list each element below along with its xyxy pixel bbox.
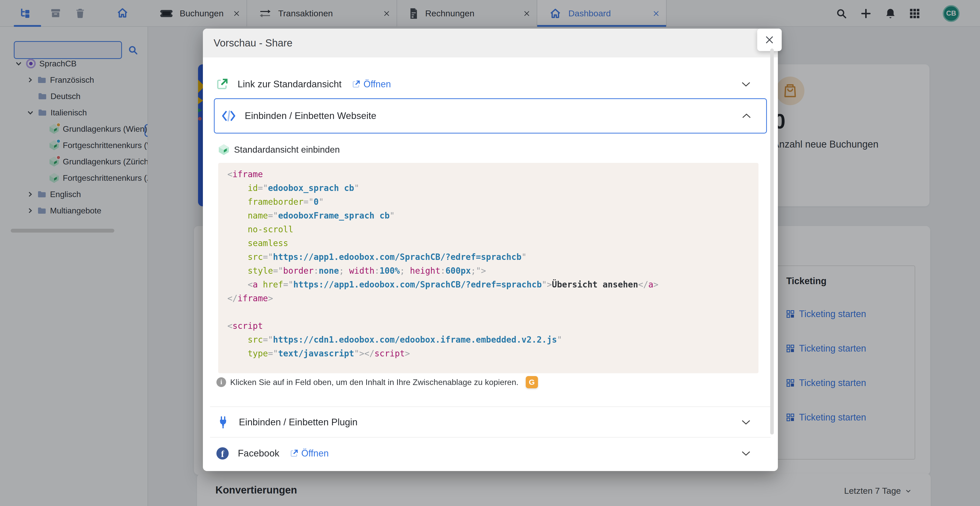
section-label: Link zur Standardansicht [238,79,342,90]
modal-title: Vorschau - Share [213,29,293,57]
share-preview-modal: Vorschau - Share Link zur Standardansich… [203,29,778,471]
open-standard-view-link[interactable]: Öffnen [352,79,391,90]
modal-header: Vorschau - Share [203,29,778,57]
chevron-down-icon [741,420,750,425]
chevron-up-icon [742,113,751,119]
section-label: Einbinden / Einbetten Plugin [239,417,358,428]
close-icon [765,35,774,45]
grammar-badge[interactable]: G [526,376,538,388]
open-facebook-link[interactable]: Öffnen [290,448,329,459]
plugin-icon [218,416,229,428]
copy-hint-text: Klicken Sie auf in Feld oben, um den Inh… [230,377,519,387]
divider [210,437,771,438]
section-label: Facebook [238,448,280,459]
chevron-down-icon [741,450,750,456]
facebook-icon: f [216,447,229,460]
modal-close-button[interactable] [757,29,782,51]
open-link-label: Öffnen [301,448,329,459]
open-link-label: Öffnen [363,79,391,90]
accordion-link-standardansicht[interactable]: Link zur Standardansicht Öffnen [216,72,767,96]
chevron-down-icon [741,81,750,87]
code-icon [222,110,235,122]
section-label: Einbinden / Einbetten Webseite [245,111,376,121]
cube-icon [218,144,229,156]
standardansicht-einbinden-row: Standardansicht einbinden [218,143,340,156]
external-link-icon [216,78,228,91]
external-link-icon [290,449,298,458]
modal-scrollbar[interactable] [770,48,774,434]
embed-code-field[interactable]: <iframe id="edoobox_sprach cb" framebord… [218,163,759,373]
accordion-einbinden-webseite[interactable]: Einbinden / Einbetten Webseite [214,98,767,134]
accordion-facebook[interactable]: f Facebook Öffnen [216,441,767,466]
sub-label: Standardansicht einbinden [234,145,340,155]
accordion-einbinden-plugin[interactable]: Einbinden / Einbetten Plugin [216,409,767,435]
divider [210,406,771,407]
info-icon: i [216,377,226,387]
copy-hint-row: i Klicken Sie auf in Feld oben, um den I… [216,375,538,389]
external-link-icon [352,80,360,89]
